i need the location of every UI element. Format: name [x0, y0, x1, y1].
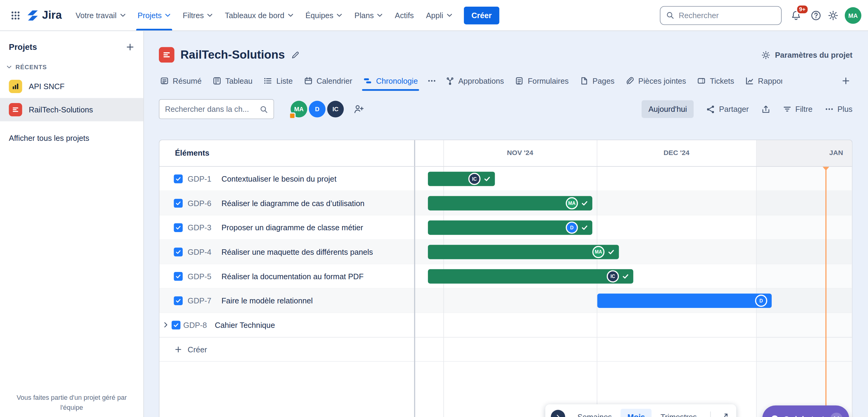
tab-approbations[interactable]: Approbations — [440, 71, 509, 91]
timeline-row-gdp-1[interactable]: GDP-1 Contextualiser le besoin du projet… — [159, 167, 852, 191]
add-tab-button[interactable] — [839, 77, 852, 85]
notifications-button[interactable]: 9+ — [788, 7, 804, 24]
timeline-create-row: Créer — [159, 337, 852, 362]
tab-pages[interactable]: Pages — [574, 71, 620, 91]
avatar-d[interactable]: D — [309, 101, 326, 118]
zoom-quarters-button[interactable]: Trimestres — [654, 409, 704, 417]
zoom-weeks-button[interactable]: Semaines — [571, 409, 619, 417]
view-tabs: Résumé Tableau Liste Calendrier Chronolo… — [159, 71, 852, 91]
fullscreen-button[interactable] — [717, 413, 731, 417]
app-switcher-button[interactable] — [7, 6, 25, 24]
task-type-icon — [174, 296, 183, 305]
recents-section-toggle[interactable]: RÉCENTS — [0, 58, 53, 75]
quickstart-close-button[interactable] — [831, 413, 843, 417]
issue-key: GDP-3 — [188, 223, 216, 232]
nav-actifs[interactable]: Actifs — [389, 0, 420, 31]
timeline-row-gdp-6[interactable]: GDP-6 Réaliser le diagramme de cas d’uti… — [159, 191, 852, 215]
plus-icon — [126, 42, 134, 51]
done-check-icon — [484, 176, 491, 182]
done-check-icon — [622, 273, 629, 280]
global-search[interactable] — [660, 6, 782, 25]
collapse-panel-button[interactable] — [551, 410, 565, 417]
export-button[interactable] — [761, 105, 770, 114]
nav-equipes[interactable]: Équipes — [299, 0, 348, 31]
issue-key: GDP-4 — [188, 247, 216, 256]
tab-chronologie[interactable]: Chronologie — [358, 71, 424, 91]
chevron-down-icon — [447, 13, 452, 17]
project-icon — [159, 47, 174, 63]
gantt-bar-gdp-4[interactable]: MA — [428, 245, 619, 259]
avatar-ic[interactable]: IC — [327, 101, 344, 118]
month-label-nov: NOV '24 — [443, 140, 597, 166]
assignee-avatar: IC — [468, 173, 480, 185]
plus-icon — [174, 346, 182, 354]
tab-formulaires[interactable]: Formulaires — [509, 71, 574, 91]
timeline-row-gdp-4[interactable]: GDP-4 Réaliser une maquette des différen… — [159, 240, 852, 264]
add-project-button[interactable] — [126, 42, 134, 51]
add-people-button[interactable] — [350, 101, 367, 118]
settings-button[interactable] — [828, 10, 839, 21]
jira-logo-text: Jira — [42, 9, 62, 22]
global-search-input[interactable] — [679, 11, 776, 20]
gantt-bar-gdp-7[interactable]: D — [597, 293, 772, 308]
project-settings-button[interactable]: Paramètres du projet — [761, 50, 852, 60]
timeline-row-gdp-7[interactable]: GDP-7 Faire le modèle relationnel D — [159, 289, 852, 313]
main-content: RailTech-Solutions Paramètres du projet … — [144, 31, 868, 417]
grid-line-jan — [756, 140, 757, 417]
nav-tableaux-de-bord[interactable]: Tableaux de bord — [219, 0, 299, 31]
ticket-icon — [697, 77, 706, 85]
filter-button[interactable]: Filtre — [782, 105, 812, 113]
today-button[interactable]: Aujourd'hui — [642, 100, 694, 118]
timeline-create-button[interactable]: Créer — [159, 338, 414, 361]
tab-calendrier[interactable]: Calendrier — [299, 71, 358, 91]
nav-projets[interactable]: Projets — [131, 0, 177, 31]
divider — [710, 412, 711, 417]
create-button[interactable]: Créer — [464, 6, 499, 24]
panel-resize-handle[interactable] — [414, 140, 415, 417]
more-tabs-button[interactable] — [424, 77, 440, 85]
tab-tableau[interactable]: Tableau — [207, 71, 258, 91]
primary-nav: Votre travail Projets Filtres Tableaux d… — [69, 0, 499, 31]
sidebar-project-api-sncf[interactable]: API SNCF — [0, 75, 144, 98]
issue-key: GDP-7 — [188, 296, 216, 305]
lines-glyph-icon — [11, 106, 19, 114]
nav-votre-travail[interactable]: Votre travail — [69, 0, 131, 31]
month-label-jan: JAN — [756, 140, 843, 166]
timeline-search-input[interactable] — [165, 105, 255, 113]
expand-row-button[interactable] — [163, 322, 169, 328]
zoom-months-button[interactable]: Mois — [621, 409, 651, 417]
tab-liste[interactable]: Liste — [258, 71, 298, 91]
gantt-bar-gdp-1[interactable]: IC — [428, 172, 495, 186]
timeline-row-gdp-5[interactable]: GDP-5 Réaliser la documentation au forma… — [159, 264, 852, 289]
edit-project-button[interactable] — [291, 51, 299, 59]
person-add-icon — [353, 103, 364, 115]
nav-appli[interactable]: Appli — [420, 0, 458, 31]
summary-icon — [160, 77, 169, 85]
timeline-row-gdp-8[interactable]: GDP-8 Cahier Technique — [159, 313, 852, 337]
share-button[interactable]: Partager — [706, 105, 749, 114]
member-avatars: MA D IC — [290, 101, 344, 118]
tab-pieces-jointes[interactable]: Pièces jointes — [620, 71, 692, 91]
tab-rapports[interactable]: Rapports — [740, 71, 788, 91]
show-all-projects-link[interactable]: Afficher tous les projets — [0, 128, 144, 148]
timeline-search[interactable] — [159, 99, 274, 119]
sidebar-project-railtech[interactable]: RailTech-Solutions — [0, 98, 144, 121]
tab-resume[interactable]: Résumé — [159, 71, 207, 91]
gantt-bar-gdp-3[interactable]: D — [428, 220, 592, 235]
gantt-bar-gdp-5[interactable]: IC — [428, 269, 633, 284]
check-icon — [173, 322, 179, 328]
jira-logo[interactable]: Jira — [27, 9, 62, 22]
task-type-icon — [174, 223, 183, 232]
user-avatar[interactable]: MA — [845, 7, 861, 24]
search-icon — [260, 105, 268, 113]
tab-tickets[interactable]: Tickets — [692, 71, 740, 91]
nav-filtres[interactable]: Filtres — [177, 0, 219, 31]
timeline-row-gdp-3[interactable]: GDP-3 Proposer un diagramme de classe mé… — [159, 215, 852, 240]
gantt-bar-gdp-6[interactable]: MA — [428, 196, 592, 211]
nav-plans[interactable]: Plans — [348, 0, 389, 31]
list-icon — [264, 77, 272, 85]
quickstart-button[interactable]: Quickstart — [762, 406, 849, 417]
more-button[interactable]: Plus — [825, 105, 852, 113]
help-button[interactable] — [810, 10, 822, 21]
avatar-ma[interactable]: MA — [290, 101, 307, 118]
